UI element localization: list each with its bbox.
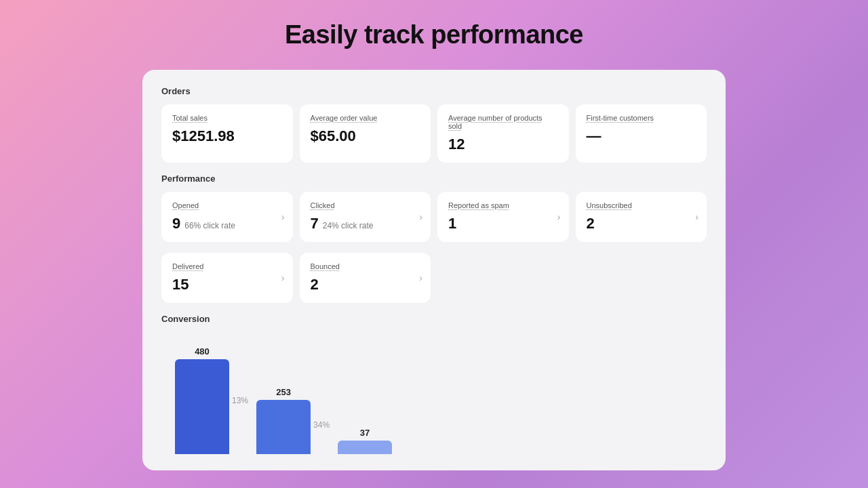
performance-section: Performance Opened 9 66% click rate › Cl… — [161, 174, 707, 303]
pct-13-container: 13% — [232, 346, 248, 454]
bar-group-253: 253 — [256, 346, 311, 454]
metric-opened[interactable]: Opened 9 66% click rate › — [161, 192, 293, 242]
bounced-value: 2 — [311, 276, 420, 293]
metric-avg-order-value[interactable]: Average order value $65.00 — [300, 104, 431, 163]
reported-spam-chevron-icon: › — [557, 211, 561, 222]
pct-34-container: 34% — [313, 346, 330, 454]
pct-34-label: 34% — [313, 420, 330, 430]
metric-first-time-customers[interactable]: First-time customers — — [576, 104, 707, 163]
clicked-sub: 24% click rate — [323, 221, 374, 230]
dashboard-card: Orders Total sales $1251.98 Average orde… — [142, 70, 726, 470]
metric-clicked[interactable]: Clicked 7 24% click rate › — [300, 192, 431, 242]
opened-value: 9 — [172, 215, 180, 232]
unsubscribed-value: 2 — [587, 215, 696, 232]
reported-spam-title: Reported as spam — [448, 201, 558, 209]
metric-unsubscribed[interactable]: Unsubscribed 2 › — [576, 192, 707, 242]
bar-253 — [256, 400, 311, 454]
empty-cell-1 — [437, 253, 569, 303]
first-time-customers-title: First-time customers — [587, 114, 696, 122]
bar-group-480: 480 — [175, 346, 229, 454]
bar-253-label: 253 — [276, 387, 291, 397]
page-title: Easily track performance — [285, 20, 583, 49]
bar-37 — [338, 441, 392, 454]
total-sales-value: $1251.98 — [172, 127, 282, 145]
total-sales-title: Total sales — [172, 114, 282, 122]
avg-products-sold-title: Average number of products sold — [448, 114, 558, 130]
first-time-customers-value: — — [587, 127, 696, 145]
metric-reported-spam[interactable]: Reported as spam 1 › — [437, 192, 569, 242]
unsubscribed-title: Unsubscribed — [587, 201, 696, 209]
avg-order-value-title: Average order value — [311, 114, 420, 122]
bar-group-37: 37 — [338, 346, 392, 454]
performance-row1-grid: Opened 9 66% click rate › Clicked 7 24% … — [161, 192, 707, 242]
opened-title: Opened — [172, 201, 282, 209]
opened-value-row: 9 66% click rate — [172, 215, 282, 232]
unsubscribed-chevron-icon: › — [695, 211, 698, 222]
bar-480 — [175, 359, 229, 454]
metric-bounced[interactable]: Bounced 2 › — [300, 253, 431, 303]
clicked-chevron-icon: › — [419, 211, 422, 222]
opened-sub: 66% click rate — [184, 221, 235, 230]
empty-cell-2 — [576, 253, 707, 303]
delivered-value: 15 — [172, 276, 282, 293]
conversion-section: Conversion 480 13% 253 34% — [161, 314, 707, 454]
conversion-chart: 480 13% 253 34% 37 — [161, 332, 707, 454]
clicked-value-row: 7 24% click rate — [311, 215, 420, 232]
opened-chevron-icon: › — [281, 211, 285, 222]
orders-label: Orders — [161, 86, 707, 96]
metric-delivered[interactable]: Delivered 15 › — [161, 253, 293, 303]
metric-avg-products-sold[interactable]: Average number of products sold 12 — [437, 104, 569, 163]
performance-label: Performance — [161, 174, 707, 184]
bounced-title: Bounced — [311, 262, 420, 270]
delivered-chevron-icon: › — [281, 272, 285, 283]
delivered-title: Delivered — [172, 262, 282, 270]
clicked-value: 7 — [311, 215, 319, 232]
pct-13-label: 13% — [232, 396, 248, 405]
avg-order-value-value: $65.00 — [311, 127, 420, 145]
avg-products-sold-value: 12 — [448, 136, 558, 153]
bounced-chevron-icon: › — [419, 272, 422, 283]
clicked-title: Clicked — [311, 201, 420, 209]
bar-480-label: 480 — [195, 346, 210, 357]
conversion-label: Conversion — [161, 314, 707, 324]
performance-row2-grid: Delivered 15 › Bounced 2 › — [161, 253, 707, 303]
page-wrapper: Easily track performance Orders Total sa… — [0, 0, 868, 488]
orders-metrics-grid: Total sales $1251.98 Average order value… — [161, 104, 707, 163]
reported-spam-value: 1 — [448, 215, 558, 232]
orders-section: Orders Total sales $1251.98 Average orde… — [161, 86, 707, 163]
bar-37-label: 37 — [360, 428, 370, 438]
metric-total-sales[interactable]: Total sales $1251.98 — [161, 104, 293, 163]
